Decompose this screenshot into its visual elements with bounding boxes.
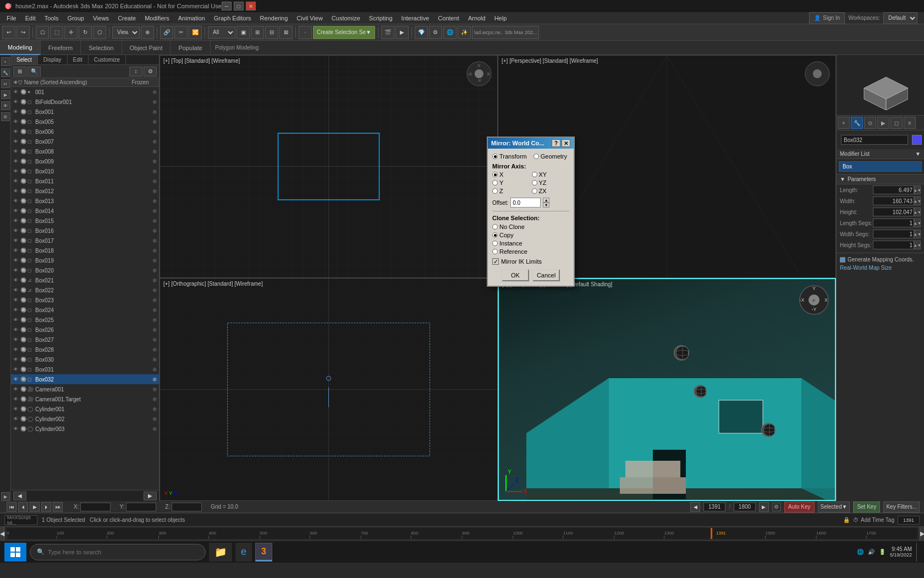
utilities-mode-icon[interactable]: ≡ [904, 117, 916, 129]
list-item[interactable]: 👁🔘 ◻ Box010 ✻ [11, 166, 159, 176]
expand-panel-icon[interactable]: ▶ [1, 492, 10, 501]
axis-yz-radio[interactable]: YZ [532, 179, 570, 186]
redo-button[interactable]: ↪ [16, 26, 30, 39]
material-editor-button[interactable]: 💎 [415, 26, 428, 39]
taskbar-search-bar[interactable]: 🔍 [30, 544, 206, 560]
list-item[interactable]: 👁🔘 🎥 Camera001.Target ✻ [11, 394, 159, 404]
render-effects-button[interactable]: ✨ [458, 26, 471, 39]
mirror-close-button[interactable]: ✕ [562, 139, 570, 147]
list-item[interactable]: 👁🔘 ⊿ Box021 ✻ [11, 275, 159, 285]
create-panel-icon[interactable]: + [1, 57, 10, 66]
key-filters-button[interactable]: Key Filters... [883, 501, 920, 512]
height-input[interactable] [873, 208, 914, 216]
menu-views[interactable]: Views [89, 14, 113, 23]
menu-content[interactable]: Content [433, 14, 464, 23]
tab-object-paint[interactable]: Object Paint [122, 41, 171, 55]
mirror-ok-button[interactable]: OK [502, 269, 529, 281]
list-item-selected[interactable]: 👁🔘 ◻ Box032 ✻ [11, 374, 159, 384]
use-pivot-button[interactable]: ⊕ [141, 26, 154, 39]
frame-counter-input[interactable] [898, 516, 920, 525]
list-item[interactable]: 👁🔘 🎥 Camera001 ✻ [11, 384, 159, 394]
select-rotate-button[interactable]: ↻ [79, 26, 92, 39]
menu-edit[interactable]: Edit [21, 14, 40, 23]
offset-up-arrow[interactable]: ▲ [543, 198, 549, 203]
tab-modeling[interactable]: Modeling [0, 41, 41, 55]
modify-mode-icon[interactable]: 🔧 [851, 117, 863, 129]
list-item[interactable]: 👁🔘 ◯ Cylinder002 ✻ [11, 414, 159, 424]
mirror-ik-checkbox[interactable]: ✓ [492, 258, 499, 265]
scroll-left-button[interactable]: ◀ [13, 492, 26, 500]
list-item[interactable]: 👁🔘 ◻ Box027 ✻ [11, 335, 159, 345]
close-button[interactable]: ✕ [246, 2, 256, 10]
width-input[interactable] [873, 197, 914, 205]
list-item[interactable]: 👁🔘 ◻ Box023 ✻ [11, 295, 159, 305]
tab-populate[interactable]: Populate [170, 41, 210, 55]
height-segs-spinner[interactable]: ▲▼ [914, 241, 921, 249]
list-item[interactable]: 👁🔘 ◻ Box005 ✻ [11, 117, 159, 127]
viewport-top[interactable]: [+] [Top] [Standard] [Wireframe] [160, 55, 498, 278]
taskbar-3dsmax[interactable]: 3 [255, 543, 272, 561]
timeline-bar[interactable]: ◀ 0 100 200 300 400 500 600 700 [0, 526, 924, 541]
list-item[interactable]: 👁🔘 ◻ Box020 ✻ [11, 265, 159, 275]
z-coord-input[interactable] [172, 503, 202, 511]
create-selection-button[interactable]: Create Selection Se▼ [313, 26, 375, 39]
menu-group[interactable]: Group [63, 14, 89, 23]
list-item[interactable]: 👁🔘 ◯ Cylinder003 ✻ [11, 424, 159, 434]
ref-coord-system[interactable]: View [112, 26, 140, 39]
unlink-button[interactable]: ✂ [174, 26, 188, 39]
battery-icon[interactable]: 🔋 [879, 549, 886, 555]
maxscript-mini[interactable]: MAXScript Mi... [4, 515, 37, 525]
axis-z-radio[interactable]: Z [492, 188, 530, 194]
current-frame-input[interactable] [703, 503, 725, 511]
offset-input[interactable] [510, 198, 541, 208]
list-item[interactable]: 👁🔘 ◻ Box011 ✻ [11, 176, 159, 186]
environment-button[interactable]: 🌐 [443, 26, 457, 39]
menu-animation[interactable]: Animation [174, 14, 210, 23]
instance-radio[interactable]: Instance [492, 240, 569, 247]
minimize-button[interactable]: ─ [222, 2, 232, 10]
sort-icon[interactable]: ↕ [129, 67, 142, 77]
add-time-tag-button[interactable]: ⏱ Add Time Tag [853, 517, 894, 523]
quick-render-button[interactable]: ▶ [395, 26, 409, 39]
scene-tab-select[interactable]: Select [11, 55, 38, 64]
undo-button[interactable]: ↩ [2, 26, 15, 39]
viewport-ortho[interactable]: [+] [Orthographic] [Standard] [Wireframe… [160, 278, 498, 501]
list-item[interactable]: 👁🔘 ◻ Box019 ✻ [11, 255, 159, 265]
transform-radio[interactable]: Transform [492, 153, 527, 160]
length-spinner[interactable]: ▲▼ [914, 186, 921, 194]
box-modifier-item[interactable]: Box [839, 161, 922, 172]
width-segs-input[interactable] [873, 230, 914, 238]
list-item[interactable]: 👁🔘 ◻ Box007 ✻ [11, 137, 159, 146]
link-button[interactable]: 🔗 [160, 26, 173, 39]
reference-radio[interactable]: Reference [492, 248, 569, 255]
list-item[interactable]: 👁🔘 ◻ Box026 ✻ [11, 325, 159, 335]
scene-tab-display[interactable]: Display [38, 55, 68, 64]
list-item[interactable]: 👁🔘 ◯ Cylinder001 ✻ [11, 404, 159, 414]
length-segs-input[interactable] [873, 219, 914, 227]
list-item[interactable]: 👁🔘 ◻ Box008 ✻ [11, 146, 159, 156]
motion-mode-icon[interactable]: ▶ [877, 117, 889, 129]
list-item[interactable]: 👁🔘 ⊿ Box022 ✻ [11, 285, 159, 295]
taskbar-edge[interactable]: e [235, 543, 252, 561]
workspace-selector[interactable]: Default [883, 12, 917, 24]
list-item[interactable]: 👁🔘 ◻ Box016 ✻ [11, 226, 159, 236]
menu-scripting[interactable]: Scripting [365, 14, 397, 23]
gen-mapping-checkbox[interactable] [840, 257, 845, 263]
time-options-button[interactable]: ⚙ [772, 503, 781, 511]
list-item[interactable]: 👁🔘 ● 001 ✻ [11, 87, 159, 97]
maximize-button[interactable]: □ [234, 2, 244, 10]
object-name-input[interactable] [841, 135, 908, 145]
scene-settings-button[interactable]: ⚙ [429, 26, 442, 39]
parameters-rollout-header[interactable]: ▼ Parameters [837, 174, 924, 184]
select-object-button[interactable]: ☖ [36, 26, 49, 39]
taskbar-search-input[interactable] [48, 549, 199, 555]
offset-down-arrow[interactable]: ▼ [543, 203, 549, 208]
axis-xy-radio[interactable]: XY [532, 171, 570, 178]
list-item[interactable]: 👁🔘 ◻ Box030 ✻ [11, 355, 159, 364]
menu-file[interactable]: File [2, 14, 21, 23]
list-item[interactable]: 👁🔘 ◻ Box001 ✻ [11, 107, 159, 117]
list-item[interactable]: 👁🔘 ◻ Box009 ✻ [11, 156, 159, 166]
copy-radio[interactable]: Copy [492, 232, 569, 238]
list-item[interactable]: 👁🔘 ◻ BiFoldDoor001 ✻ [11, 97, 159, 107]
menu-tools[interactable]: Tools [40, 14, 63, 23]
